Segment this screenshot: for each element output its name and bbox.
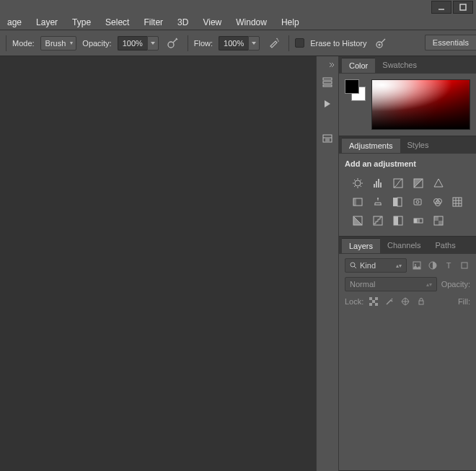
flow-label: Flow: (194, 39, 213, 48)
foreground-background-swatch[interactable] (345, 79, 366, 101)
menu-image[interactable]: age (0, 15, 29, 30)
canvas-area[interactable] (0, 56, 316, 471)
svg-rect-43 (417, 219, 420, 223)
mode-dropdown[interactable]: Brush ▾ (40, 36, 77, 50)
chevron-up-down-icon: ▴▾ (396, 263, 402, 269)
titlebar (0, 0, 476, 14)
svg-rect-42 (414, 219, 417, 223)
svg-line-48 (354, 266, 356, 268)
chevron-up-down-icon: ▴▾ (426, 281, 432, 288)
kind-label: Kind (360, 261, 376, 270)
filter-type-icon[interactable]: T (443, 260, 454, 271)
selective-color-icon[interactable] (431, 214, 446, 228)
svg-point-2 (168, 42, 174, 48)
posterize-icon[interactable] (371, 214, 385, 228)
workspace: Color Swatches Adjustments Styles Add an… (0, 56, 476, 471)
filter-pixel-icon[interactable] (411, 260, 423, 271)
exposure-icon[interactable] (411, 176, 426, 190)
lock-label: Lock: (345, 297, 363, 306)
svg-rect-40 (394, 216, 398, 225)
opacity-panel-label: Opacity: (441, 280, 470, 289)
svg-text:T: T (446, 261, 451, 270)
menu-window[interactable]: Window (229, 15, 274, 30)
svg-rect-25 (393, 198, 397, 206)
svg-point-3 (277, 39, 278, 40)
svg-rect-53 (462, 263, 467, 268)
threshold-icon[interactable] (391, 214, 405, 228)
lock-all-icon[interactable] (415, 296, 427, 307)
minimize-button[interactable] (431, 1, 451, 14)
filter-adjustment-icon[interactable] (427, 260, 438, 271)
pressure-opacity-icon[interactable] (164, 35, 182, 52)
menu-layer[interactable]: Layer (29, 15, 65, 30)
menu-view[interactable]: View (195, 15, 229, 30)
svg-rect-27 (414, 199, 421, 205)
adjustments-panel: Add an adjustment (339, 154, 476, 237)
menu-3d[interactable]: 3D (170, 15, 195, 30)
color-spectrum[interactable] (371, 79, 470, 130)
tab-paths[interactable]: Paths (428, 238, 463, 252)
curves-icon[interactable] (391, 176, 405, 190)
svg-point-5 (276, 38, 278, 39)
levels-icon[interactable] (371, 176, 385, 190)
color-balance-icon[interactable] (371, 195, 385, 209)
tab-adjustments[interactable]: Adjustments (342, 138, 400, 153)
opacity-value[interactable]: 100% (118, 36, 147, 50)
opacity-field[interactable]: 100% (118, 36, 159, 50)
channel-mixer-icon[interactable] (431, 195, 445, 209)
history-panel-icon[interactable] (319, 74, 336, 91)
tab-styles[interactable]: Styles (400, 138, 436, 152)
menu-help[interactable]: Help (274, 15, 307, 30)
brightness-contrast-icon[interactable] (351, 176, 365, 190)
svg-rect-10 (323, 85, 332, 87)
layer-filter-kind[interactable]: Kind ▴▾ (345, 258, 407, 273)
svg-rect-55 (372, 300, 375, 303)
lock-image-icon[interactable] (384, 296, 395, 307)
black-white-icon[interactable] (390, 195, 405, 209)
layers-list-empty (345, 312, 470, 466)
foreground-color-swatch[interactable] (345, 79, 359, 94)
svg-rect-45 (434, 216, 438, 221)
tab-channels[interactable]: Channels (380, 238, 428, 252)
separator (188, 35, 188, 51)
properties-panel-icon[interactable] (319, 130, 336, 147)
photo-filter-icon[interactable] (410, 195, 425, 209)
collapsed-dock (316, 56, 339, 471)
filter-shape-icon[interactable] (459, 260, 470, 271)
menu-filter[interactable]: Filter (136, 15, 170, 30)
flow-flyout-button[interactable] (248, 36, 260, 50)
actions-panel-icon[interactable] (319, 95, 336, 113)
maximize-button[interactable] (453, 1, 473, 14)
opacity-flyout-button[interactable] (147, 36, 159, 50)
invert-icon[interactable] (351, 214, 365, 228)
svg-point-4 (278, 40, 279, 42)
workspace-switcher[interactable]: Essentials (425, 35, 476, 50)
flow-value[interactable]: 100% (219, 36, 248, 50)
pressure-size-icon[interactable] (373, 35, 390, 52)
lock-transparent-icon[interactable] (368, 296, 379, 307)
tab-layers[interactable]: Layers (342, 238, 380, 253)
svg-point-7 (378, 43, 380, 45)
tab-swatches[interactable]: Swatches (375, 58, 424, 72)
svg-point-28 (416, 201, 419, 203)
erase-history-checkbox[interactable] (295, 38, 304, 48)
separator (288, 35, 289, 51)
color-panel (339, 74, 476, 136)
svg-point-50 (415, 264, 416, 265)
flow-field[interactable]: 100% (219, 36, 260, 50)
vibrance-icon[interactable] (431, 176, 446, 190)
svg-rect-1 (460, 4, 466, 10)
tab-color[interactable]: Color (342, 58, 375, 73)
gradient-map-icon[interactable] (411, 214, 426, 228)
blend-mode-dropdown[interactable]: Normal ▴▾ (345, 277, 437, 291)
menu-select[interactable]: Select (98, 15, 136, 30)
dock-collapse-handle[interactable] (317, 61, 338, 69)
essentials-label: Essentials (433, 38, 469, 47)
svg-rect-23 (353, 198, 356, 206)
airbrush-icon[interactable] (265, 35, 283, 52)
hue-saturation-icon[interactable] (351, 195, 365, 209)
svg-rect-54 (369, 297, 372, 300)
menu-type[interactable]: Type (65, 15, 98, 30)
lock-position-icon[interactable] (400, 296, 411, 307)
color-lookup-icon[interactable] (450, 195, 464, 209)
